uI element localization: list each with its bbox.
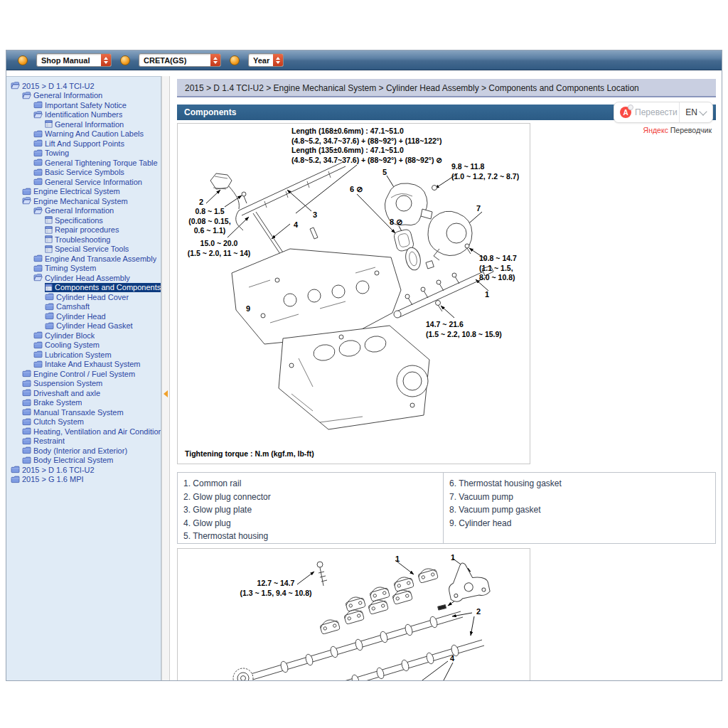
sidebar-item[interactable]: Special Service Tools bbox=[6, 245, 161, 255]
sidebar-item[interactable]: Components and Components Location bbox=[6, 283, 161, 293]
sidebar-item[interactable]: Suspension System bbox=[6, 379, 161, 389]
main-content: 2015 > D 1.4 TCI-U2 > Engine Mechanical … bbox=[170, 76, 722, 680]
sidebar-item[interactable]: Important Safety Notice bbox=[6, 100, 161, 110]
sidebar-tree: 2015 > D 1.4 TCI-U2General InformationIm… bbox=[6, 76, 161, 680]
torque-note: Tightening torque : N.m (kgf.m, lb-ft) bbox=[185, 449, 314, 458]
sidebar-item[interactable]: Body Electrical System bbox=[6, 456, 161, 466]
model-select[interactable]: CRETA(GS) bbox=[139, 53, 221, 67]
folder-closed-icon bbox=[22, 437, 31, 445]
sidebar-item-label: Manual Transaxle System bbox=[33, 408, 124, 417]
doc-icon bbox=[45, 120, 53, 128]
sidebar-item[interactable]: 2015 > G 1.6 MPI bbox=[6, 475, 161, 485]
pane-splitter[interactable] bbox=[161, 76, 170, 680]
collapse-sidebar-icon[interactable] bbox=[164, 390, 168, 397]
sidebar-item[interactable]: 2015 > D 1.6 TCI-U2 bbox=[6, 465, 161, 475]
sidebar-item[interactable]: Engine Control / Fuel System bbox=[6, 369, 161, 379]
folder-closed-icon bbox=[33, 360, 43, 368]
stepper-icon[interactable] bbox=[101, 54, 111, 66]
sidebar-item[interactable]: Repair procedures bbox=[6, 225, 161, 235]
sidebar-item[interactable]: Lubrication System bbox=[6, 350, 161, 360]
language-select[interactable]: EN bbox=[680, 107, 700, 117]
sidebar-item-inner: Engine Control / Fuel System bbox=[22, 369, 161, 379]
sidebar-item[interactable]: Cylinder Head Assembly bbox=[6, 273, 161, 283]
folder-closed-icon bbox=[33, 149, 43, 157]
torque-annotation: 0.8 ~ 1.5 (0.08 ~ 0.15, 0.6 ~ 1.1) bbox=[188, 207, 230, 236]
chevron-down-icon[interactable] bbox=[699, 107, 707, 115]
sidebar-item[interactable]: 2015 > D 1.4 TCI-U2 bbox=[6, 81, 161, 91]
sidebar-item-label: Specifications bbox=[55, 216, 103, 225]
orange-ball-icon[interactable] bbox=[230, 55, 240, 65]
sidebar-item-inner: Towing bbox=[33, 149, 161, 159]
sidebar-item-label: Special Service Tools bbox=[55, 245, 129, 253]
sidebar-item-label: Timing System bbox=[45, 264, 96, 272]
sidebar-item-label: General Information bbox=[33, 91, 102, 100]
model-select-value: CRETA(GS) bbox=[139, 56, 210, 65]
sidebar-item[interactable]: Heating, Ventilation and Air Conditionin… bbox=[6, 427, 161, 437]
year-select[interactable]: Year bbox=[248, 53, 284, 67]
torque-annotation: 15.0 ~ 20.0 (1.5 ~ 2.0, 11 ~ 14) bbox=[188, 239, 251, 258]
manual-select[interactable]: Shop Manual bbox=[36, 53, 112, 67]
parts-column-right: 6. Thermostat housing gasket7. Vacuum pu… bbox=[444, 473, 715, 543]
folder-closed-icon bbox=[22, 370, 31, 378]
sidebar-item[interactable]: Engine Mechanical System bbox=[6, 196, 161, 206]
sidebar-item[interactable]: Driveshaft and axle bbox=[6, 388, 161, 398]
doc-icon bbox=[45, 284, 53, 291]
part-item: 4. Glow plug bbox=[183, 517, 437, 530]
sidebar-item-label: Suspension System bbox=[33, 379, 102, 387]
yandex-translate-widget[interactable]: А Перевести EN bbox=[614, 102, 713, 123]
stepper-icon[interactable] bbox=[273, 54, 283, 66]
sidebar-item-inner: 2015 > G 1.6 MPI bbox=[11, 475, 161, 485]
sidebar-item-label: Troubleshooting bbox=[55, 235, 110, 244]
sidebar-item[interactable]: Clutch System bbox=[6, 417, 161, 427]
sidebar-item[interactable]: General Information bbox=[6, 91, 161, 101]
folder-closed-icon bbox=[22, 408, 31, 416]
sidebar-item[interactable]: Troubleshooting bbox=[6, 235, 161, 245]
stepper-icon[interactable] bbox=[210, 54, 220, 66]
sidebar-item[interactable]: Intake And Exhaust System bbox=[6, 360, 161, 370]
sidebar-item-inner: Camshaft bbox=[45, 302, 161, 312]
sidebar-item[interactable]: Cylinder Block bbox=[6, 331, 161, 341]
translate-button[interactable]: Перевести bbox=[635, 107, 679, 117]
sidebar-item-inner: Cylinder Head Assembly bbox=[33, 273, 161, 283]
sidebar-item[interactable]: General Information bbox=[6, 206, 161, 216]
sidebar-item[interactable]: Restraint bbox=[6, 437, 161, 446]
sidebar-item[interactable]: Timing System bbox=[6, 264, 161, 274]
sidebar-item[interactable]: Brake System bbox=[6, 398, 161, 408]
sidebar-item-inner: Body Electrical System bbox=[22, 456, 161, 466]
sidebar-item[interactable]: Cylinder Head Gasket bbox=[6, 321, 161, 331]
sidebar-item[interactable]: Identification Numbers bbox=[6, 110, 161, 120]
sidebar-item[interactable]: Engine Electrical System bbox=[6, 187, 161, 197]
sidebar-item-label: Restraint bbox=[33, 437, 65, 445]
sidebar-item[interactable]: Warning And Caution Labels bbox=[6, 129, 161, 139]
sidebar-item-label: Lift And Support Points bbox=[45, 139, 124, 148]
sidebar-item[interactable]: Cooling System bbox=[6, 341, 161, 350]
orange-ball-icon[interactable] bbox=[18, 55, 28, 65]
sidebar-item[interactable]: Towing bbox=[6, 149, 161, 159]
sidebar-item-label: Identification Numbers bbox=[45, 110, 122, 119]
sidebar-item[interactable]: Cylinder Head bbox=[6, 311, 161, 321]
sidebar-item[interactable]: General Service Information bbox=[6, 177, 161, 187]
sidebar-item[interactable]: Basic Service Symbols bbox=[6, 168, 161, 178]
sidebar-item[interactable]: Body (Interior and Exterior) bbox=[6, 446, 161, 456]
sidebar-item-label: Components and Components Location bbox=[55, 283, 161, 291]
callout-number: 1 bbox=[451, 553, 455, 562]
sidebar-item-label: Camshaft bbox=[56, 302, 90, 311]
sidebar-item[interactable]: General Tightening Torque Table bbox=[6, 158, 161, 168]
sidebar-item[interactable]: Cylinder Head Cover bbox=[6, 292, 161, 302]
sidebar-item[interactable]: Specifications bbox=[6, 215, 161, 225]
sidebar-item-inner: 2015 > D 1.6 TCI-U2 bbox=[11, 465, 161, 475]
sidebar-item[interactable]: Engine And Transaxle Assembly bbox=[6, 254, 161, 264]
sidebar-item-inner: Components and Components Location bbox=[45, 283, 161, 293]
sidebar-item-inner: Specifications bbox=[45, 215, 161, 225]
sidebar-item-label: Cooling System bbox=[45, 341, 100, 349]
sidebar-item[interactable]: General Information bbox=[6, 119, 161, 129]
sidebar-item[interactable]: Camshaft bbox=[6, 302, 161, 312]
sidebar-item[interactable]: Manual Transaxle System bbox=[6, 407, 161, 417]
sidebar-item-label: Cylinder Head Cover bbox=[56, 293, 129, 301]
orange-ball-icon[interactable] bbox=[120, 55, 130, 65]
callout-number: 3 bbox=[313, 210, 317, 219]
sidebar-item-inner: Lift And Support Points bbox=[33, 139, 161, 149]
sidebar-item-label: Repair procedures bbox=[55, 225, 119, 234]
sidebar-item[interactable]: Lift And Support Points bbox=[6, 139, 161, 149]
sidebar-item-label: 2015 > D 1.6 TCI-U2 bbox=[22, 466, 95, 474]
